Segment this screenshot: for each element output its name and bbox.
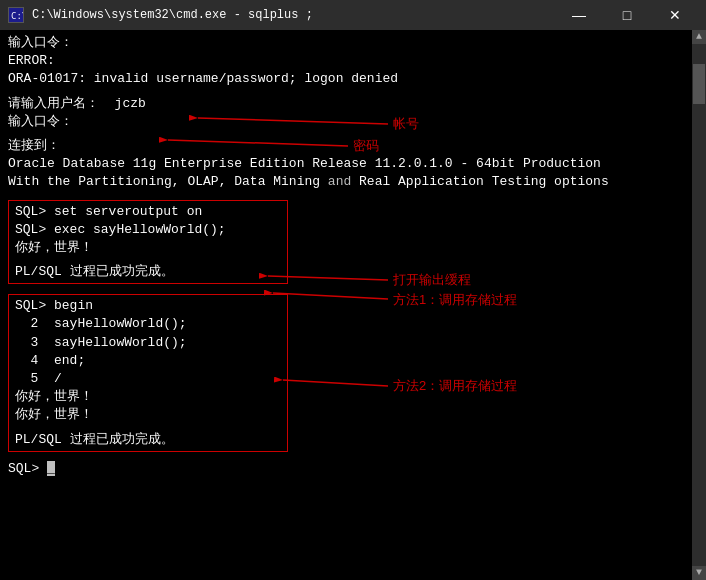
line-username: 请输入用户名： jczb bbox=[8, 95, 684, 113]
box1-line1: SQL> set serveroutput on bbox=[15, 203, 281, 221]
code-box-2: SQL> begin 2 sayHellowWorld(); 3 sayHell… bbox=[8, 294, 288, 452]
titlebar: C:\ C:\Windows\system32\cmd.exe - sqlplu… bbox=[0, 0, 706, 30]
cmd-icon: C:\ bbox=[8, 7, 24, 23]
terminal-output: 输入口令： ERROR: ORA-01017: invalid username… bbox=[8, 34, 684, 478]
box2-line5: 5 / bbox=[15, 370, 281, 388]
scroll-down-button[interactable]: ▼ bbox=[692, 566, 706, 580]
spacer5 bbox=[8, 286, 684, 292]
window-title: C:\Windows\system32\cmd.exe - sqlplus ; bbox=[32, 8, 313, 22]
titlebar-left: C:\ C:\Windows\system32\cmd.exe - sqlplu… bbox=[8, 7, 313, 23]
box2-line1: SQL> begin bbox=[15, 297, 281, 315]
box2-line2: 2 sayHellowWorld(); bbox=[15, 315, 281, 333]
box2-line6: 你好，世界！ bbox=[15, 388, 281, 406]
terminal: 输入口令： ERROR: ORA-01017: invalid username… bbox=[0, 30, 706, 580]
box2-line7: 你好，世界！ bbox=[15, 406, 281, 424]
box2-line3: 3 sayHellowWorld(); bbox=[15, 334, 281, 352]
line-oracle1: Oracle Database 11g Enterprise Edition R… bbox=[8, 155, 684, 173]
box1-line3: 你好，世界！ bbox=[15, 239, 281, 257]
terminal-content: 输入口令： ERROR: ORA-01017: invalid username… bbox=[8, 34, 684, 576]
scrollbar[interactable]: ▲ ▼ bbox=[692, 30, 706, 580]
line-password-prompt: 输入口令： bbox=[8, 113, 684, 131]
spacer3 bbox=[8, 192, 684, 198]
minimize-button[interactable]: — bbox=[556, 0, 602, 30]
close-button[interactable]: ✕ bbox=[652, 0, 698, 30]
line-last-prompt: SQL> _ bbox=[8, 460, 684, 478]
svg-text:C:\: C:\ bbox=[11, 11, 23, 21]
code-box-1: SQL> set serveroutput on SQL> exec sayHe… bbox=[8, 200, 288, 285]
scrollbar-thumb[interactable] bbox=[693, 64, 705, 104]
maximize-button[interactable]: □ bbox=[604, 0, 650, 30]
box2-line8: PL/SQL 过程已成功完成。 bbox=[15, 431, 281, 449]
box2-line4: 4 end; bbox=[15, 352, 281, 370]
line-error-msg: ORA-01017: invalid username/password; lo… bbox=[8, 70, 684, 88]
box1-line4: PL/SQL 过程已成功完成。 bbox=[15, 263, 281, 281]
window-controls: — □ ✕ bbox=[556, 0, 698, 30]
line-connected: 连接到： bbox=[8, 137, 684, 155]
line-prompt1: 输入口令： bbox=[8, 34, 684, 52]
scroll-up-button[interactable]: ▲ bbox=[692, 30, 706, 44]
box1-line2: SQL> exec sayHellowWorld(); bbox=[15, 221, 281, 239]
line-oracle2: With the Partitioning, OLAP, Data Mining… bbox=[8, 173, 684, 191]
line-error-label: ERROR: bbox=[8, 52, 684, 70]
